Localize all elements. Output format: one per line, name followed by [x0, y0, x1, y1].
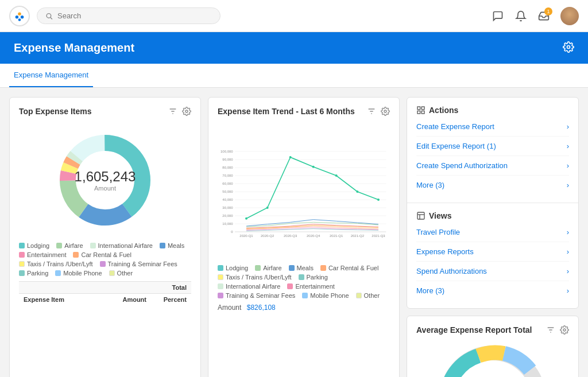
svg-text:60,000: 60,000 [222, 182, 233, 185]
trend-amount-row: Amount $826,108 [218, 304, 390, 312]
trend-legend: Lodging Airfare Meals Car Rental & Fuel … [218, 265, 390, 299]
trend-chart-title: Expense Item Trend - Last 6 Months [218, 107, 355, 116]
svg-line-5 [51, 17, 52, 19]
svg-point-2 [21, 15, 24, 19]
user-avatar[interactable] [560, 7, 579, 25]
trend-amount-value: $826,108 [247, 304, 276, 312]
chevron-icon: › [567, 228, 569, 236]
trend-amount-label: Amount [218, 304, 241, 312]
svg-text:40,000: 40,000 [222, 198, 233, 201]
trend-legend-meals: Meals [289, 265, 314, 271]
tab-expense-management[interactable]: Expense Management [9, 64, 93, 87]
search-input[interactable] [57, 11, 212, 20]
trend-legend-taxis: Taxis / Trains /Uber/Lyft [218, 274, 292, 281]
svg-text:50,000: 50,000 [222, 190, 233, 193]
action-edit-expense[interactable]: Edit Expense Report (1) › [416, 137, 569, 156]
table-column-headers: Expense Item Amount Percent [19, 293, 191, 305]
top-expense-actions[interactable] [168, 107, 191, 116]
inbox-icon[interactable]: 1 [537, 10, 550, 22]
main-content: Top Expense Items [0, 88, 588, 377]
action-more[interactable]: More (3) › [416, 176, 569, 195]
notifications-icon[interactable] [514, 10, 527, 22]
trend-legend-car: Car Rental & Fuel [320, 265, 378, 271]
donut-label: Amount [75, 185, 136, 192]
workday-logo[interactable] [9, 6, 30, 26]
top-expense-header: Top Expense Items [19, 107, 191, 116]
chevron-icon: › [567, 181, 569, 189]
search-bar[interactable] [37, 7, 220, 24]
donut-chart-container: 1,605,243 Amount [19, 123, 191, 238]
trend-legend-other: Other [356, 292, 380, 299]
col-percent: Percent [146, 296, 187, 303]
legend-airfare: Airfare [56, 242, 83, 249]
line-chart-area: 100,000 90,000 80,000 70,000 60,000 50,0… [218, 123, 390, 262]
view-expense-reports[interactable]: Expense Reports › [416, 242, 569, 262]
trend-chart-header: Expense Item Trend - Last 6 Months [218, 107, 390, 116]
svg-point-71 [462, 368, 524, 377]
legend-taxis: Taxis / Trains /Uber/Lyft [19, 261, 93, 267]
action-create-spend[interactable]: Create Spend Authorization › [416, 156, 569, 176]
svg-point-1 [16, 15, 19, 19]
legend-parking: Parking [19, 270, 48, 277]
svg-point-0 [18, 12, 21, 15]
svg-point-59 [377, 199, 380, 201]
legend-int-airfare: International Airfare [90, 242, 153, 249]
expense-legend: Lodging Airfare International Airfare Me… [19, 242, 191, 277]
trend-legend-training: Training & Seminar Fees [218, 292, 295, 299]
svg-text:2020-Q1: 2020-Q1 [239, 234, 253, 238]
chat-icon[interactable] [492, 10, 504, 22]
table-total-row: Total [19, 282, 191, 293]
view-spend-auth[interactable]: Spend Authorizations › [416, 262, 569, 281]
donut-amount: 1,605,243 [75, 169, 136, 185]
view-more[interactable]: More (3) › [416, 281, 569, 300]
svg-point-53 [245, 217, 247, 220]
trend-chart-card: Expense Item Trend - Last 6 Months [208, 97, 400, 377]
actions-section: Actions Create Expense Report › Edit Exp… [407, 98, 578, 203]
trend-line-chart: 100,000 90,000 80,000 70,000 60,000 50,0… [218, 123, 390, 261]
svg-point-55 [289, 156, 292, 158]
svg-rect-64 [417, 212, 424, 219]
trend-chart-actions[interactable] [367, 107, 390, 116]
top-nav: 1 [0, 0, 588, 32]
svg-text:0: 0 [231, 230, 233, 234]
trend-settings-icon [381, 107, 390, 116]
action-create-expense[interactable]: Create Expense Report › [416, 117, 569, 137]
svg-text:2020-Q3: 2020-Q3 [284, 234, 297, 238]
svg-point-23 [384, 110, 386, 112]
trend-filter-icon [367, 107, 376, 116]
nav-right: 1 [492, 7, 579, 25]
chevron-icon: › [567, 286, 569, 295]
legend-car-rental: Car Rental & Fuel [73, 251, 131, 258]
avg-donut-svg [435, 341, 550, 377]
svg-text:70,000: 70,000 [222, 174, 233, 177]
trend-legend-int-airfare: International Airfare [218, 283, 280, 290]
trend-legend-parking: Parking [299, 274, 328, 281]
search-icon [45, 12, 53, 20]
chevron-icon: › [567, 267, 569, 275]
svg-point-3 [18, 18, 21, 21]
svg-text:90,000: 90,000 [222, 158, 233, 161]
view-travel-profile[interactable]: Travel Profile › [416, 223, 569, 242]
legend-mobile: Mobile Phone [55, 270, 102, 277]
trend-legend-mobile: Mobile Phone [302, 292, 349, 299]
legend-training: Training & Seminar Fees [100, 261, 177, 267]
svg-point-70 [563, 329, 566, 331]
avg-report-card: Average Expense Report Total [407, 316, 579, 377]
legend-other: Other [109, 270, 133, 277]
svg-point-58 [356, 191, 358, 193]
views-icon [416, 211, 425, 220]
views-section: Views Travel Profile › Expense Reports ›… [407, 203, 578, 308]
tabs-bar: Expense Management [0, 64, 588, 88]
avg-filter-icon [546, 325, 555, 335]
svg-point-10 [185, 110, 188, 112]
col-amount: Amount [106, 296, 146, 303]
avg-report-title: Average Expense Report Total [416, 325, 532, 335]
avg-report-actions[interactable] [546, 325, 569, 335]
svg-text:100,000: 100,000 [220, 150, 233, 153]
header-settings-icon[interactable] [563, 41, 574, 55]
expense-table: Total Expense Item Amount Percent [19, 281, 191, 305]
col-expense-item: Expense Item [24, 296, 106, 303]
svg-point-54 [266, 207, 269, 209]
donut-center: 1,605,243 Amount [75, 169, 136, 192]
filter-icon [168, 107, 177, 116]
